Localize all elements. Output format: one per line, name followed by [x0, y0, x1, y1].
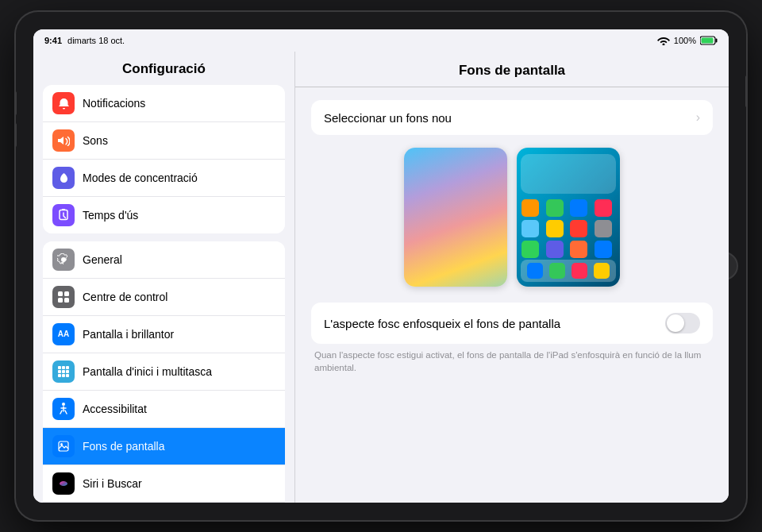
svg-rect-19	[59, 441, 68, 451]
general-label: General	[83, 253, 275, 266]
battery-icon	[700, 36, 718, 45]
centre-control-icon	[52, 286, 75, 308]
select-wallpaper-label: Seleccionar un fons nou	[324, 111, 452, 125]
svg-rect-2	[702, 38, 714, 44]
home-screen-preview[interactable]	[517, 148, 620, 287]
dark-mode-toggle[interactable]	[665, 313, 700, 333]
sons-label: Sons	[83, 134, 275, 147]
status-time: 9:41	[44, 36, 62, 45]
dark-mode-hint: Quan l'aspecte fosc estigui activat, el …	[311, 349, 713, 374]
svg-rect-9	[58, 366, 61, 369]
temps-us-icon	[52, 204, 75, 226]
pantalla-brillantor-icon: AA	[52, 323, 75, 345]
lock-screen-preview[interactable]	[404, 148, 507, 287]
ipad-screen: 9:41 dimarts 18 oct. 100%	[33, 29, 729, 503]
sidebar-item-notificacions[interactable]: Notificacions	[43, 85, 285, 122]
accessibilitat-label: Accessibilitat	[83, 403, 275, 415]
siri-icon	[52, 472, 75, 495]
svg-rect-17	[66, 374, 69, 377]
svg-rect-12	[58, 370, 61, 373]
sidebar-section-2: General Centre de control	[43, 241, 285, 503]
notificacions-label: Notificacions	[83, 97, 275, 110]
select-wallpaper-row[interactable]: Seleccionar un fons nou ›	[311, 100, 713, 135]
dark-mode-toggle-label: L'aspecte fosc enfosqueix el fons de pan…	[324, 317, 665, 330]
accessibilitat-icon	[52, 398, 75, 420]
volume-down-button[interactable]	[16, 123, 17, 147]
svg-rect-13	[62, 370, 65, 373]
sidebar-item-pantalla-brillantor[interactable]: AA Pantalla i brillantor	[43, 316, 285, 353]
fons-pantalla-label: Fons de pantalla	[83, 440, 275, 453]
ipad-frame: 9:41 dimarts 18 oct. 100%	[16, 12, 746, 520]
wallpaper-previews	[311, 148, 713, 287]
concentracio-label: Modes de concentració	[83, 172, 275, 184]
svg-rect-5	[58, 291, 63, 296]
home-screen-wallpaper	[517, 148, 620, 287]
fons-pantalla-icon	[52, 435, 75, 457]
chevron-right-icon: ›	[696, 110, 700, 125]
sidebar-item-general[interactable]: General	[43, 241, 285, 279]
right-panel: Fons de pantalla Seleccionar un fons nou…	[295, 52, 729, 503]
svg-rect-10	[62, 366, 65, 369]
temps-us-label: Temps d'ús	[83, 209, 275, 222]
concentracio-icon	[52, 167, 75, 189]
panel-title: Fons de pantalla	[295, 52, 729, 87]
sidebar-item-centre-control[interactable]: Centre de control	[43, 279, 285, 316]
toggle-knob	[667, 314, 684, 332]
sidebar-item-fons-pantalla[interactable]: Fons de pantalla	[43, 428, 285, 465]
sidebar-item-accessibilitat[interactable]: Accessibilitat	[43, 391, 285, 428]
pantalla-brillantor-label: Pantalla i brillantor	[83, 328, 275, 341]
pantalla-inici-label: Pantalla d'inici i multitasca	[83, 365, 275, 378]
general-icon	[52, 249, 75, 271]
svg-point-18	[62, 403, 65, 406]
sidebar-title: Configuració	[33, 52, 294, 85]
sidebar-item-pantalla-inici[interactable]: Pantalla d'inici i multitasca	[43, 353, 285, 391]
lock-screen-wallpaper	[404, 148, 507, 287]
siri-label: Siri i Buscar	[83, 477, 275, 490]
sidebar-section-1: Notificacions Sons	[43, 85, 285, 233]
svg-rect-16	[62, 374, 65, 377]
svg-rect-1	[716, 39, 718, 43]
sidebar-item-temps-us[interactable]: Temps d'ús	[43, 197, 285, 233]
power-button[interactable]	[745, 75, 746, 107]
main-content: Configuració Notificacions	[33, 52, 729, 503]
sidebar: Configuració Notificacions	[33, 52, 295, 503]
svg-rect-6	[64, 291, 69, 296]
status-right: 100%	[657, 36, 718, 45]
status-bar: 9:41 dimarts 18 oct. 100%	[33, 29, 729, 52]
sidebar-item-sons[interactable]: Sons	[43, 122, 285, 160]
centre-control-label: Centre de control	[83, 291, 275, 303]
wifi-icon	[657, 36, 670, 45]
svg-point-20	[60, 443, 63, 445]
svg-rect-11	[66, 366, 69, 369]
svg-rect-8	[64, 298, 69, 303]
volume-up-button[interactable]	[16, 91, 17, 115]
svg-rect-15	[58, 374, 61, 377]
notificacions-icon	[52, 92, 75, 114]
dark-mode-toggle-row: L'aspecte fosc enfosqueix el fons de pan…	[311, 303, 713, 344]
sidebar-item-concentracio[interactable]: Modes de concentració	[43, 160, 285, 197]
sidebar-item-siri[interactable]: Siri i Buscar	[43, 465, 285, 503]
battery-percentage: 100%	[674, 36, 696, 45]
panel-body: Seleccionar un fons nou ›	[295, 87, 729, 387]
svg-rect-7	[58, 298, 63, 303]
svg-point-21	[60, 481, 67, 486]
status-date: dimarts 18 oct.	[67, 36, 125, 45]
sons-icon	[52, 129, 75, 152]
svg-rect-14	[66, 370, 69, 373]
pantalla-inici-icon	[52, 360, 75, 383]
